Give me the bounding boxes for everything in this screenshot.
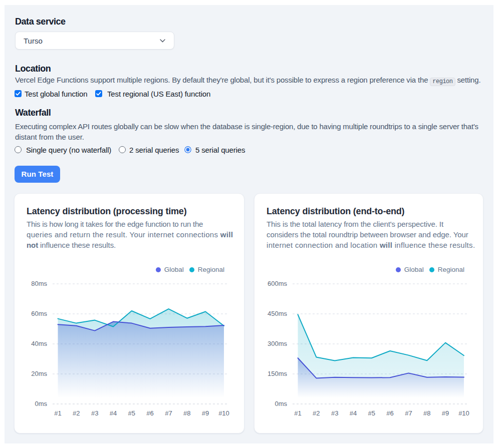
svg-text:#2: #2	[73, 409, 80, 417]
svg-text:#8: #8	[183, 409, 190, 417]
svg-text:600ms: 600ms	[268, 280, 288, 287]
svg-text:#7: #7	[405, 409, 412, 417]
svg-text:#6: #6	[386, 409, 393, 417]
svg-text:#8: #8	[423, 409, 430, 417]
svg-text:#9: #9	[442, 409, 449, 417]
svg-text:#6: #6	[146, 409, 153, 417]
svg-text:80ms: 80ms	[31, 280, 47, 287]
svg-text:450ms: 450ms	[268, 310, 288, 317]
svg-text:#3: #3	[91, 409, 98, 417]
svg-text:#5: #5	[368, 409, 375, 417]
svg-text:60ms: 60ms	[31, 310, 47, 317]
svg-text:#4: #4	[350, 409, 357, 417]
svg-text:20ms: 20ms	[31, 370, 47, 377]
svg-text:40ms: 40ms	[31, 340, 47, 347]
svg-text:#1: #1	[54, 409, 61, 417]
svg-text:300ms: 300ms	[268, 340, 288, 347]
svg-text:#10: #10	[218, 409, 229, 417]
svg-text:0ms: 0ms	[35, 400, 47, 407]
svg-text:0ms: 0ms	[275, 400, 287, 407]
svg-text:#5: #5	[128, 409, 135, 417]
svg-text:#3: #3	[331, 409, 338, 417]
svg-text:#2: #2	[313, 409, 320, 417]
svg-text:#10: #10	[458, 409, 469, 417]
svg-text:#1: #1	[294, 409, 301, 417]
svg-text:#9: #9	[202, 409, 209, 417]
svg-text:150ms: 150ms	[268, 370, 288, 377]
svg-text:#7: #7	[165, 409, 172, 417]
svg-text:#4: #4	[110, 409, 117, 417]
